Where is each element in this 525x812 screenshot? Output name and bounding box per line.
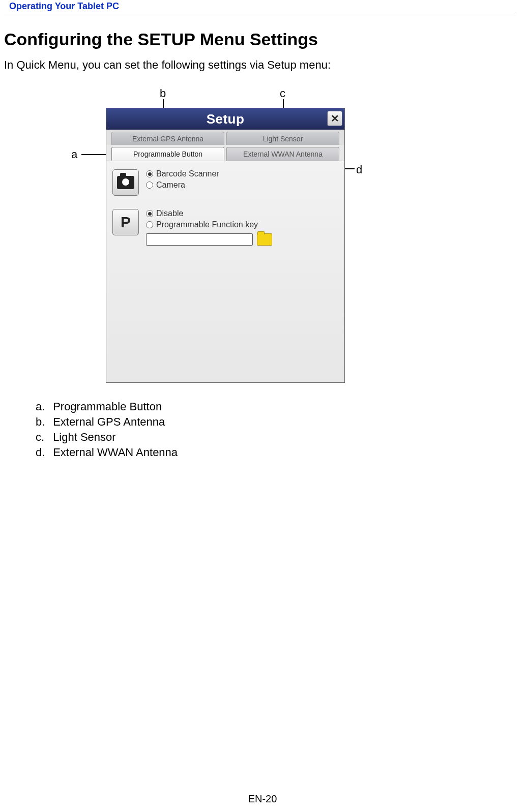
radio-disable[interactable]: Disable [146, 209, 272, 218]
camera-icon [117, 176, 134, 189]
camera-icon-button[interactable] [112, 169, 139, 196]
radio-programmable-function-key[interactable]: Programmable Function key [146, 220, 272, 229]
legend-text: External GPS Antenna [53, 415, 165, 428]
tab-label: Light Sensor [263, 135, 303, 143]
legend-text: Light Sensor [53, 431, 116, 443]
callout-c: c [280, 87, 285, 100]
radio-label: Disable [156, 209, 183, 218]
radio-label: Barcode Scanner [156, 169, 219, 178]
tab-programmable-button[interactable]: Programmable Button [111, 147, 224, 161]
page-title: Configuring the SETUP Menu Settings [4, 29, 525, 49]
legend-item-a: a. Programmable Button [36, 400, 525, 413]
figure-area: a b c d Setup ✕ External GPS Antenna Lig… [0, 87, 525, 392]
radio-label: Programmable Function key [156, 220, 258, 229]
radio-dot-icon [146, 170, 153, 177]
legend-letter: a. [36, 400, 50, 413]
radio-dot-icon [146, 210, 153, 217]
setup-title: Setup [207, 111, 245, 127]
legend-text: Programmable Button [53, 400, 162, 413]
tab-external-wwan-antenna[interactable]: External WWAN Antenna [226, 147, 339, 161]
close-button[interactable]: ✕ [327, 111, 342, 126]
callout-b: b [160, 87, 166, 100]
legend-item-d: d. External WWAN Antenna [36, 446, 525, 459]
tab-light-sensor[interactable]: Light Sensor [226, 132, 339, 145]
callout-a: a [71, 148, 77, 161]
tab-label: External WWAN Antenna [243, 150, 323, 158]
callout-d: d [356, 163, 362, 176]
folder-icon[interactable] [257, 233, 272, 246]
radio-dot-icon [146, 182, 153, 189]
setup-titlebar: Setup ✕ [106, 108, 344, 130]
page-number: EN-20 [0, 793, 525, 805]
setup-window: Setup ✕ External GPS Antenna Light Senso… [106, 108, 345, 383]
tab-label: External GPS Antenna [132, 135, 203, 143]
legend: a. Programmable Button b. External GPS A… [36, 400, 525, 459]
tab-label: Programmable Button [133, 150, 202, 158]
legend-letter: d. [36, 446, 50, 459]
radio-barcode-scanner[interactable]: Barcode Scanner [146, 169, 219, 178]
tab-row-front: Programmable Button External WWAN Antenn… [106, 145, 344, 161]
radio-list-camera: Barcode Scanner Camera [146, 169, 219, 190]
tab-row-back: External GPS Antenna Light Sensor [106, 130, 344, 145]
header-section-label: Operating Your Tablet PC [4, 0, 514, 15]
radio-label: Camera [156, 181, 185, 190]
legend-letter: c. [36, 431, 50, 444]
group-p: P Disable Programmable Function key [112, 209, 338, 246]
group-camera: Barcode Scanner Camera [112, 169, 338, 196]
setup-body: Barcode Scanner Camera P Disable [106, 161, 344, 381]
intro-text: In Quick Menu, you can set the following… [4, 58, 525, 72]
p-icon: P [121, 214, 131, 231]
radio-camera[interactable]: Camera [146, 181, 219, 190]
legend-item-b: b. External GPS Antenna [36, 415, 525, 429]
path-input[interactable] [146, 233, 253, 246]
close-icon: ✕ [331, 112, 339, 125]
p-icon-button[interactable]: P [112, 209, 139, 235]
radio-dot-icon [146, 221, 153, 228]
legend-letter: b. [36, 415, 50, 429]
path-row [146, 233, 272, 246]
legend-text: External WWAN Antenna [53, 446, 178, 459]
tab-external-gps-antenna[interactable]: External GPS Antenna [111, 132, 224, 145]
legend-item-c: c. Light Sensor [36, 431, 525, 444]
radio-list-p: Disable Programmable Function key [146, 209, 272, 246]
